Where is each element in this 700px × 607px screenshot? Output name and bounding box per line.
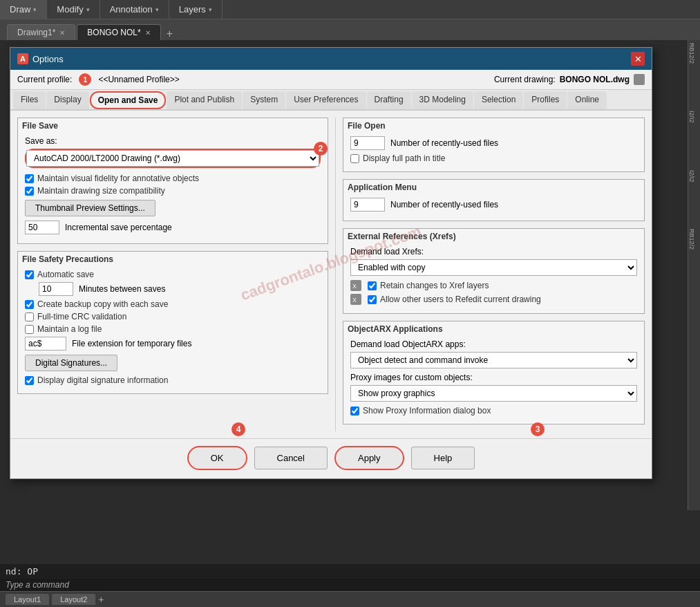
dialog-title-left: A Options <box>17 53 64 64</box>
tab-system[interactable]: System <box>243 91 285 109</box>
step-4-number: 4 <box>231 422 245 436</box>
command-input-row: Type a command <box>0 579 700 591</box>
layers-menu[interactable]: Layers ▾ <box>169 0 223 19</box>
file-safety-content: Automatic save Minutes between saves Cre… <box>18 265 328 393</box>
save-as-label: Save as: <box>25 136 321 146</box>
xrefs-section: External References (Xrefs) Demand load … <box>343 228 645 314</box>
thumbnail-btn-row: Thumbnail Preview Settings... <box>25 200 321 216</box>
tab-online[interactable]: Online <box>567 91 607 109</box>
new-tab-button[interactable]: + <box>162 28 177 40</box>
layout2-tab[interactable]: Layout2 <box>52 594 95 605</box>
command-area: nd: OP Type a command Layout1 Layout2 + <box>0 564 700 607</box>
incremental-save-input[interactable] <box>25 221 59 234</box>
sig-info-label[interactable]: Display digital signature information <box>37 375 168 385</box>
checkbox-sig-info[interactable] <box>25 376 34 385</box>
checkbox-auto-save[interactable] <box>25 270 34 279</box>
objectarx-section: ObjectARX Applications Demand load Objec… <box>343 321 645 424</box>
backup-label[interactable]: Create backup copy with each save <box>37 299 168 309</box>
objectarx-content: Demand load ObjectARX apps: Object detec… <box>343 335 644 424</box>
step-3-number: 3 <box>531 422 545 436</box>
options-tab-strip: Files Display Open and Save Plot and Pub… <box>10 90 652 111</box>
tab-profiles[interactable]: Profiles <box>524 91 567 109</box>
tab-3d-modeling[interactable]: 3D Modeling <box>412 91 473 109</box>
file-save-title: File Save <box>18 118 328 132</box>
checkbox-drawing-size-label[interactable]: Maintain drawing size compatibility <box>37 186 165 196</box>
demand-load-dropdown[interactable]: Enabled with copy Disabled Enabled <box>350 259 637 276</box>
thumbnail-preview-button[interactable]: Thumbnail Preview Settings... <box>25 200 155 216</box>
tab-plot-publish[interactable]: Plot and Publish <box>167 91 242 109</box>
add-layout-button[interactable]: + <box>98 594 104 605</box>
allow-refedit-label[interactable]: Allow other users to Refedit current dra… <box>380 295 541 304</box>
digital-sig-btn-row: Digital Signatures... <box>25 355 321 371</box>
app-recent-files-input[interactable] <box>350 198 385 212</box>
digital-signatures-button[interactable]: Digital Signatures... <box>25 355 117 371</box>
tab-selection[interactable]: Selection <box>474 91 523 109</box>
extension-input[interactable] <box>25 337 66 351</box>
tab-close-bongo[interactable]: ✕ <box>145 29 151 37</box>
save-as-dropdown[interactable]: AutoCAD 2000/LT2000 Drawing (*.dwg) Auto… <box>26 150 319 167</box>
checkbox-log[interactable] <box>25 325 34 334</box>
right-ruler: RB12/2 I2/I2 I2/I2 RB12/2 <box>688 40 700 510</box>
draw-arrow-icon: ▾ <box>33 6 37 13</box>
annotation-menu[interactable]: Annotation ▾ <box>100 0 169 19</box>
tab-open-save[interactable]: Open and Save <box>90 91 167 109</box>
checkbox-visual-fidelity-label[interactable]: Maintain visual fidelity for annotative … <box>37 174 199 183</box>
checkbox-proxy-info[interactable] <box>350 407 359 415</box>
tab-drawing1[interactable]: Drawing1* ✕ <box>7 24 75 40</box>
save-as-select-wrap: AutoCAD 2000/LT2000 Drawing (*.dwg) Auto… <box>25 149 321 168</box>
auto-save-label[interactable]: Automatic save <box>37 270 94 279</box>
log-label[interactable]: Maintain a log file <box>37 324 102 334</box>
retain-xref-label[interactable]: Retain changes to Xref layers <box>380 281 489 290</box>
file-safety-title: File Safety Precautions <box>18 252 328 265</box>
checkbox-backup[interactable] <box>25 300 34 309</box>
app-menu-title: Application Menu <box>343 180 644 194</box>
crc-label[interactable]: Full-time CRC validation <box>37 312 126 321</box>
full-path-row: Display full path in title <box>350 153 637 163</box>
tab-drafting[interactable]: Drafting <box>367 91 411 109</box>
checkbox-visual-fidelity-row: Maintain visual fidelity for annotative … <box>25 174 321 183</box>
app-recent-files-row: Number of recently-used files <box>350 198 637 212</box>
top-toolbar: Draw ▾ Modify ▾ Annotation ▾ Layers ▾ <box>0 0 700 19</box>
proxy-images-label: Proxy images for custom objects: <box>350 373 637 382</box>
profile-label: Current profile: <box>17 75 72 84</box>
step-2-number: 2 <box>314 142 328 156</box>
tab-display[interactable]: Display <box>46 91 88 109</box>
dialog-body: File Save Save as: 2 AutoCAD 2000/LT2000… <box>10 111 652 438</box>
close-button[interactable]: ✕ <box>631 52 645 66</box>
profile-bar: Current profile: 1 <<Unnamed Profile>> C… <box>10 70 652 90</box>
recent-files-input[interactable] <box>350 136 385 150</box>
ok-button[interactable]: OK <box>187 446 247 470</box>
full-path-label[interactable]: Display full path in title <box>363 153 445 163</box>
options-dialog: A Options ✕ Current profile: 1 <<Unnamed… <box>10 47 652 479</box>
annotation-arrow-icon: ▾ <box>155 6 159 13</box>
demand-arx-dropdown[interactable]: Object detect and command invoke Disable… <box>350 352 637 368</box>
checkbox-allow-refedit[interactable] <box>368 295 377 304</box>
checkbox-drawing-size[interactable] <box>25 187 34 196</box>
tab-close-drawing1[interactable]: ✕ <box>59 29 65 37</box>
recent-files-row: Number of recently-used files <box>350 136 637 150</box>
checkbox-visual-fidelity[interactable] <box>25 174 34 183</box>
proxy-images-dropdown[interactable]: Show proxy graphics Do not show proxy gr… <box>350 385 637 402</box>
checkbox-crc[interactable] <box>25 312 34 321</box>
dialog-footer: 4 3 OK Cancel Apply Help <box>10 438 652 478</box>
tab-files[interactable]: Files <box>13 91 46 109</box>
tab-user-prefs[interactable]: User Preferences <box>286 91 366 109</box>
extension-row: File extension for temporary files <box>25 337 321 351</box>
help-button[interactable]: Help <box>411 447 475 469</box>
allow-refedit-row: X Allow other users to Refedit current d… <box>350 294 637 305</box>
current-drawing-value: BONGO NOL.dwg <box>560 75 630 84</box>
checkbox-full-path[interactable] <box>350 154 359 163</box>
crc-row: Full-time CRC validation <box>25 312 321 321</box>
tab-bongo-nol[interactable]: BONGO NOL* ✕ <box>77 24 160 40</box>
svg-text:X: X <box>352 297 357 304</box>
cancel-button[interactable]: Cancel <box>254 447 328 469</box>
modify-menu[interactable]: Modify ▾ <box>47 0 100 19</box>
apply-button[interactable]: Apply <box>334 446 404 470</box>
layout1-tab[interactable]: Layout1 <box>6 594 49 605</box>
modify-arrow-icon: ▾ <box>86 6 90 13</box>
draw-menu[interactable]: Draw ▾ <box>0 0 47 19</box>
checkbox-retain-xref[interactable] <box>368 281 377 290</box>
proxy-info-label[interactable]: Show Proxy Information dialog box <box>363 406 491 415</box>
file-open-title: File Open <box>343 118 644 132</box>
minutes-input[interactable] <box>39 282 73 296</box>
